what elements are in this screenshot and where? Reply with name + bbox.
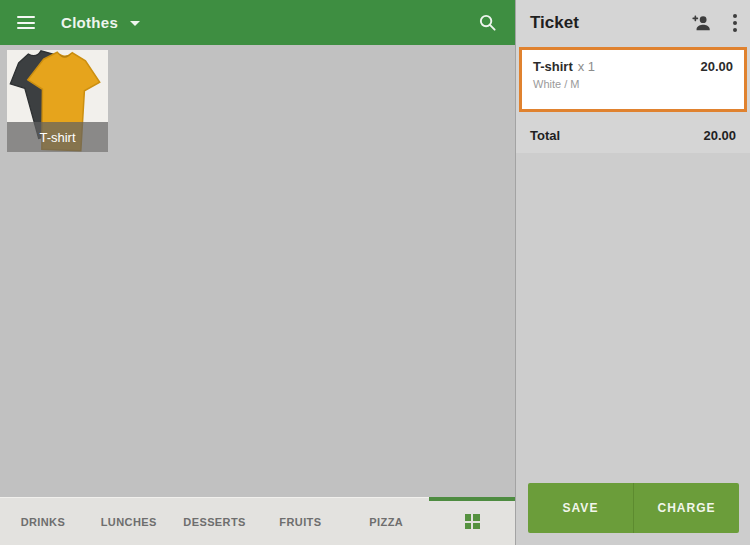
product-tile-label: T-shirt: [7, 122, 108, 152]
kebab-menu-icon[interactable]: [733, 12, 737, 34]
ticket-title: Ticket: [530, 13, 690, 33]
add-customer-icon[interactable]: [690, 14, 711, 31]
charge-button[interactable]: CHARGE: [633, 483, 739, 533]
product-tile-tshirt[interactable]: T-shirt: [7, 50, 108, 152]
total-label: Total: [530, 128, 703, 143]
active-tab-indicator: [429, 497, 515, 501]
chevron-down-icon: [130, 21, 140, 26]
pos-app: Clothes: [0, 0, 750, 545]
category-selector[interactable]: Clothes: [61, 14, 140, 31]
ticket-header: Ticket: [516, 0, 750, 45]
product-name: T-shirt: [39, 130, 75, 145]
tab-fruits[interactable]: FRUITS: [257, 498, 343, 545]
search-icon[interactable]: [478, 13, 497, 32]
tab-pizza[interactable]: PIZZA: [343, 498, 429, 545]
tab-drinks[interactable]: DRINKS: [0, 498, 86, 545]
grid-view-icon: [465, 514, 480, 529]
save-button[interactable]: SAVE: [528, 483, 633, 533]
category-tab-bar: DRINKS LUNCHES DESSERTS FRUITS PIZZA: [0, 497, 515, 545]
left-header: Clothes: [0, 0, 515, 45]
products-panel: Clothes: [0, 0, 516, 545]
total-amount: 20.00: [703, 128, 736, 143]
ticket-item-line1: T-shirt x 1 20.00: [533, 59, 733, 74]
product-grid: T-shirt: [0, 45, 515, 497]
tab-lunches[interactable]: LUNCHES: [86, 498, 172, 545]
ticket-item-quantity: x 1: [578, 59, 595, 74]
category-label: Clothes: [61, 14, 118, 31]
ticket-item-name: T-shirt: [533, 59, 573, 74]
ticket-panel: Ticket T-shirt x 1 20.00 White / M: [516, 0, 750, 545]
ticket-actions: SAVE CHARGE: [528, 483, 739, 533]
tab-grid-view[interactable]: [429, 498, 515, 545]
tab-desserts[interactable]: DESSERTS: [172, 498, 258, 545]
ticket-item-row[interactable]: T-shirt x 1 20.00 White / M: [519, 47, 747, 112]
hamburger-menu-icon[interactable]: [17, 16, 35, 29]
total-row: Total 20.00: [516, 117, 750, 153]
ticket-item-price: 20.00: [700, 59, 733, 74]
ticket-item-variant: White / M: [533, 78, 733, 90]
